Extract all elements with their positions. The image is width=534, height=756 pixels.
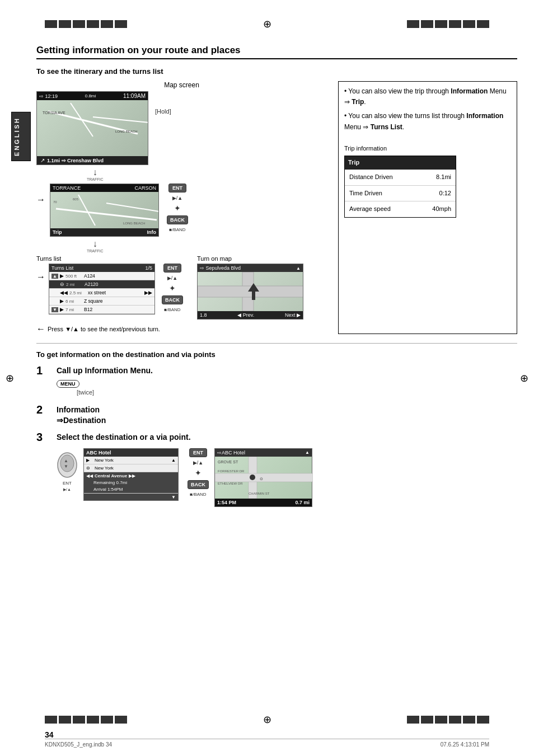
distance-driven-label: Distance Driven (349, 172, 393, 182)
ent-button-2[interactable]: ENT (163, 264, 181, 273)
arrow-btn-1[interactable]: ▶/▲ (172, 195, 182, 201)
turn-map-footer: 1.8 ◀ Prev. Next ▶ (198, 311, 303, 319)
bar-left (45, 20, 127, 28)
knob-control: ▲ ▼ ENT ▶/▲ (57, 448, 78, 492)
arrow-btn-3[interactable]: ▶/▲ (193, 460, 203, 466)
turns-list-label: Turns list (36, 255, 61, 262)
svg-text:LONG BEACH: LONG BEACH (123, 222, 145, 225)
svg-point-15 (60, 455, 74, 472)
trip-info-header: Trip (345, 156, 456, 170)
band-btn-2[interactable]: ■/BAND (164, 307, 180, 312)
note-2: • You can also view the turns list throu… (344, 111, 511, 132)
turn-on-map-screen: ⇨ Sepulveda Blvd ▲ (197, 264, 303, 320)
trip-screen: TORRANCE CARSON 70 605 LONG BEACH (50, 184, 159, 237)
arrow-down-1: ↓ (93, 167, 97, 177)
language-label: ENGLISH (11, 112, 31, 161)
avg-speed-value: 40mph (432, 204, 451, 214)
step-num-2: 2 (36, 403, 52, 416)
time-driven-value: 0:12 (439, 189, 451, 199)
abc-map-screen-container: ⇨ABC Hotel ▲ GROVE ST FORRESTER DR ETHEL… (214, 448, 312, 507)
hotel-row-1: ▶ New York ▲ (84, 457, 178, 464)
hotel-list-screen: ABC Hotel ▶ New York ▲ ⊖ New York (83, 448, 179, 501)
svg-text:GROVE ST: GROVE ST (218, 460, 238, 464)
twice-label: [twice] (77, 389, 153, 396)
destination-diagram: ▲ ▼ ENT ▶/▲ ABC Hotel ▶ New York ▲ (57, 448, 312, 507)
bar-right (407, 20, 489, 28)
back-button-1[interactable]: BACK (167, 215, 188, 224)
arrow-pointer-trip: → (36, 184, 45, 205)
ctrl-btns-hotel[interactable]: ENT ▶/▲ ✦ BACK ■/BAND (188, 448, 209, 497)
arrow-pointer-turns: → (36, 264, 45, 282)
step-text-2: Information⇒Destination (57, 403, 106, 426)
band-btn-3[interactable]: ■/BAND (190, 492, 206, 497)
turns-row-4: ▶6 miZ square (49, 297, 154, 306)
turn-map-body (198, 272, 303, 311)
hotel-row-2: ⊖ New York (84, 464, 178, 472)
notes-box: • You can also view the trip through Inf… (338, 81, 517, 334)
svg-text:▼: ▼ (64, 464, 68, 469)
ent-button-3[interactable]: ENT (189, 448, 207, 457)
traffic-label-2: TRAFFIC (87, 249, 104, 253)
svg-text:FORRESTER DR: FORRESTER DR (218, 469, 245, 473)
svg-text:605: 605 (73, 198, 79, 201)
page-number: 34 (45, 730, 54, 739)
subsection-itinerary-title: To see the itinerary and the turns list (36, 67, 517, 76)
svg-text:LONG BEACH: LONG BEACH (115, 130, 137, 133)
turns-list-header: Turns List 1/5 (49, 264, 154, 272)
svg-text:ETHELVIEW DR: ETHELVIEW DR (218, 482, 243, 485)
step-2: 2 Information⇒Destination (36, 403, 517, 426)
page-title: Getting information on your route and pl… (36, 45, 517, 59)
menu-button[interactable]: MENU (57, 380, 79, 388)
turns-down-btn[interactable]: ▼ (51, 307, 58, 312)
svg-text:TORSIA AVE: TORSIA AVE (43, 111, 65, 115)
ctrl-btns-turns[interactable]: ENT ▶/▲ ✦ BACK ■/BAND (162, 264, 183, 312)
map-view: TORSIA AVE LONG BEACH (37, 100, 148, 156)
turns-list-screen: Turns List 1/5 ▲ ▶500 ftA124 (49, 264, 155, 314)
svg-point-24 (250, 475, 255, 480)
footer-line: KDNXD505_J_eng.indb 34 07.6.25 4:13:01 P… (45, 739, 489, 748)
ent-button-1[interactable]: ENT (168, 184, 186, 192)
bottom-bar-right (407, 716, 489, 724)
turns-row-1: ▲ ▶500 ftA124 (49, 272, 154, 280)
svg-text:70: 70 (53, 200, 57, 204)
back-button-2[interactable]: BACK (162, 295, 183, 304)
step-num-1: 1 (36, 364, 52, 377)
compass-btn-1: ✦ (174, 204, 181, 213)
turn-map-header: ⇨ Sepulveda Blvd ▲ (198, 264, 303, 272)
svg-line-5 (56, 209, 157, 220)
registration-mark-right: ⊕ (520, 372, 528, 384)
turns-up-btn[interactable]: ▲ (51, 274, 58, 279)
registration-mark-bottom: ⊕ (127, 713, 407, 726)
trip-info-label: Trip information (344, 144, 511, 154)
traffic-label-1: TRAFFIC (87, 177, 104, 181)
band-btn-1[interactable]: ■/BAND (169, 227, 185, 232)
footer-right: 07.6.25 4:13:01 PM (441, 741, 489, 748)
map-nav-bar: ⇨ 12:19 0.8mi 11:09AM (37, 92, 148, 100)
arrow-btn-2[interactable]: ▶/▲ (167, 275, 177, 281)
trip-nav-bar: TORRANCE CARSON (50, 184, 158, 192)
arrow-down-2: ↓ (93, 239, 97, 249)
avg-speed-label: Average speed (349, 204, 391, 214)
svg-line-1 (71, 103, 93, 137)
trip-info-row-2: Time Driven 0:12 (345, 186, 456, 202)
svg-rect-20 (215, 473, 313, 482)
map-screen-label: Map screen (36, 81, 327, 89)
turns-row-2: ⊖2 miA2120 (49, 280, 154, 289)
note-1: • You can also view the trip through Inf… (344, 86, 511, 107)
press-note: Press ▼/▲ to see the next/previous turn. (48, 326, 160, 332)
turns-row-3: ◀◀2.5 mixx street ▶▶ (49, 289, 154, 297)
ctrl-btns-trip[interactable]: ENT ▶/▲ ✦ BACK ■/BAND (167, 184, 188, 232)
step-1: 1 Call up Information Menu. MENU [twice] (36, 364, 517, 399)
info-label: Info (147, 229, 157, 235)
step-3: 3 Select the destination or a via point.… (36, 431, 517, 508)
section2-title: To get information on the destination an… (36, 350, 517, 359)
svg-text:⊙: ⊙ (260, 477, 263, 481)
svg-text:▲: ▲ (64, 458, 68, 463)
abc-map-footer: 1:54 PM 0.7 mi (215, 499, 312, 506)
svg-line-2 (93, 117, 148, 123)
back-button-3[interactable]: BACK (188, 480, 209, 489)
trip-info-row-1: Distance Driven 8.1mi (345, 170, 456, 186)
abc-hotel-screen: ABC Hotel ▶ New York ▲ ⊖ New York (83, 448, 179, 501)
compass-btn-3: ✦ (195, 468, 202, 477)
trip-label: Trip (53, 229, 62, 235)
